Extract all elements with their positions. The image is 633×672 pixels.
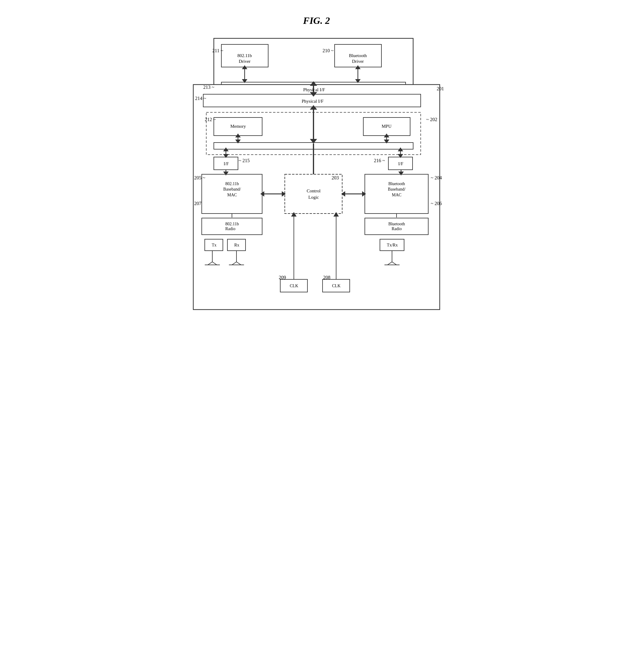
figure-title: FIG. 2 bbox=[187, 15, 446, 26]
ref-213: 213 ~ bbox=[203, 85, 214, 90]
radio-bluetooth-label: BluetoothRadio bbox=[366, 219, 428, 234]
ref-210: 210 ~ bbox=[322, 48, 334, 53]
memory-label: Memory bbox=[215, 118, 262, 135]
ref-216: 216 ~ bbox=[374, 158, 385, 163]
tx-label: Tx bbox=[206, 240, 223, 250]
if-215-label: I/F bbox=[215, 158, 238, 170]
if-216-label: I/F bbox=[389, 158, 412, 170]
physical-if-host-label: Physical I/F bbox=[222, 83, 406, 96]
driver-80211b-label: 802.11bDriver bbox=[222, 48, 267, 69]
txrx-label: Tx/Rx bbox=[381, 240, 404, 250]
ref-211: 211 ~ bbox=[212, 48, 223, 53]
ref-207: 207 bbox=[194, 201, 201, 206]
physical-if-chip-label: Physical I/F bbox=[204, 95, 421, 107]
baseband-bluetooth-label: BluetoothBaseband/MAC bbox=[366, 175, 428, 204]
ref-215: ~ 215 bbox=[239, 158, 250, 163]
clk-209-label: CLK bbox=[281, 280, 307, 292]
ref-204: ~ 204 bbox=[431, 175, 442, 181]
driver-bluetooth-label: BluetoothDriver bbox=[336, 48, 380, 69]
ref-206: ~ 206 bbox=[431, 201, 442, 206]
ref-212: 212 ~ bbox=[205, 117, 216, 122]
mpu-label: MPU bbox=[364, 118, 409, 135]
ref-201: 201 bbox=[437, 86, 444, 92]
ref-202: ~ 202 bbox=[426, 117, 437, 122]
rx-label: Rx bbox=[228, 240, 245, 250]
clk-208-label: CLK bbox=[323, 280, 349, 292]
ref-209: 209 bbox=[279, 275, 286, 280]
ref-208: 208 bbox=[323, 275, 331, 280]
control-logic-label: ControlLogic bbox=[286, 175, 342, 213]
radio-80211b-label: 802.11bRadio bbox=[203, 219, 262, 234]
baseband-80211b-label: 802.11bBaseband/MAC bbox=[203, 175, 262, 204]
